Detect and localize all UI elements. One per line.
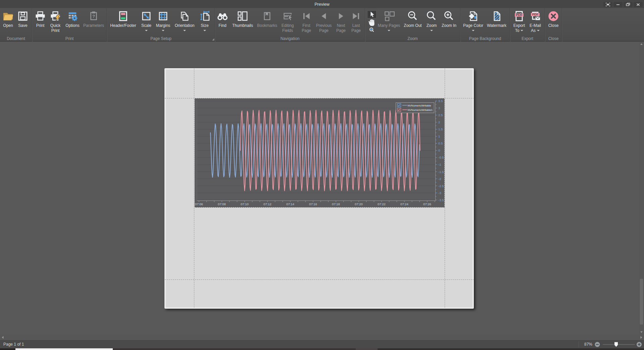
svg-text:07:22: 07:22 [378, 202, 386, 206]
svg-text:2: 2 [438, 120, 440, 124]
svg-text:07:12: 07:12 [263, 202, 271, 206]
svg-text:-0.5: -0.5 [438, 156, 444, 159]
svg-text:-3.5: -3.5 [438, 198, 444, 202]
svg-text:NVNumericWritable1: NVNumericWritable1 [408, 108, 433, 112]
svg-text:07:14: 07:14 [286, 202, 294, 206]
svg-text:-2: -2 [438, 177, 441, 181]
svg-text:NVNumericWritable: NVNumericWritable [408, 104, 432, 107]
svg-text:0.5: 0.5 [438, 141, 443, 145]
svg-text:07:08: 07:08 [218, 202, 226, 206]
svg-text:07:24: 07:24 [400, 202, 408, 206]
svg-text:-1.5: -1.5 [438, 170, 444, 174]
svg-text:07:18: 07:18 [332, 202, 340, 206]
svg-text:?: ? [92, 14, 95, 19]
svg-text:07:16: 07:16 [309, 202, 317, 206]
svg-text:0: 0 [438, 148, 440, 152]
svg-text:07:06: 07:06 [195, 202, 203, 206]
svg-text:1: 1 [438, 134, 440, 138]
svg-text:3.5: 3.5 [438, 99, 443, 103]
svg-text:-3: -3 [438, 191, 441, 195]
svg-text:2.5: 2.5 [438, 113, 443, 117]
svg-text:PDF: PDF [532, 12, 538, 16]
svg-text:-2.5: -2.5 [438, 184, 444, 188]
svg-text:07:20: 07:20 [355, 202, 363, 206]
svg-text:PDF: PDF [516, 13, 523, 17]
svg-text:-1: -1 [438, 163, 441, 166]
svg-text:1.5: 1.5 [438, 127, 443, 131]
svg-text:3: 3 [438, 106, 440, 110]
svg-text:07:10: 07:10 [241, 202, 249, 206]
svg-text:07:26: 07:26 [423, 202, 431, 206]
